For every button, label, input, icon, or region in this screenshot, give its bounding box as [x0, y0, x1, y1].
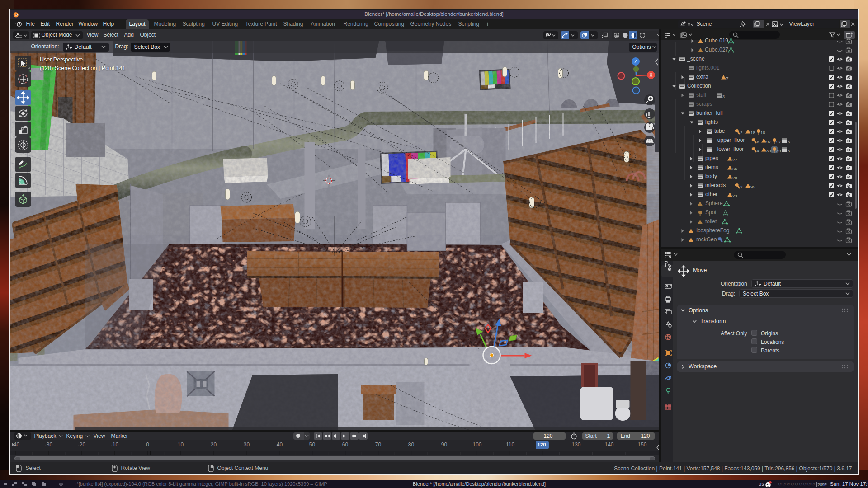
svg-text:80: 80: [408, 441, 414, 448]
svg-text:-20: -20: [77, 441, 85, 448]
svg-text:20: 20: [210, 441, 217, 448]
svg-text:0: 0: [146, 441, 149, 448]
svg-text:Z: Z: [634, 59, 637, 64]
svg-text:-30: -30: [44, 441, 52, 448]
svg-text:30: 30: [243, 441, 250, 448]
svg-text:140: 140: [604, 441, 613, 448]
svg-text:90: 90: [441, 441, 447, 448]
svg-text:100: 100: [472, 441, 481, 448]
svg-text:-10: -10: [110, 441, 118, 448]
svg-text:40: 40: [276, 441, 283, 448]
svg-text:X: X: [650, 73, 653, 78]
svg-text:10: 10: [177, 441, 184, 448]
svg-text:130: 130: [571, 441, 580, 448]
svg-text:110: 110: [505, 441, 514, 448]
svg-text:50: 50: [309, 441, 315, 448]
svg-text:70: 70: [375, 441, 381, 448]
svg-text:150: 150: [637, 441, 646, 448]
svg-text:60: 60: [342, 441, 348, 448]
